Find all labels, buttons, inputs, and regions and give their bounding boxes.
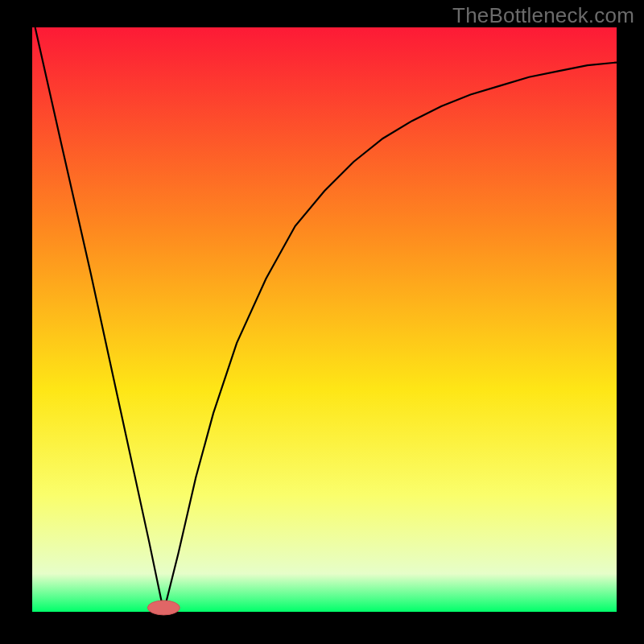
minimum-marker (147, 601, 180, 615)
plot-background (32, 27, 617, 612)
bottleneck-chart (0, 0, 644, 644)
chart-frame: { "watermark": "TheBottleneck.com", "col… (0, 0, 644, 644)
